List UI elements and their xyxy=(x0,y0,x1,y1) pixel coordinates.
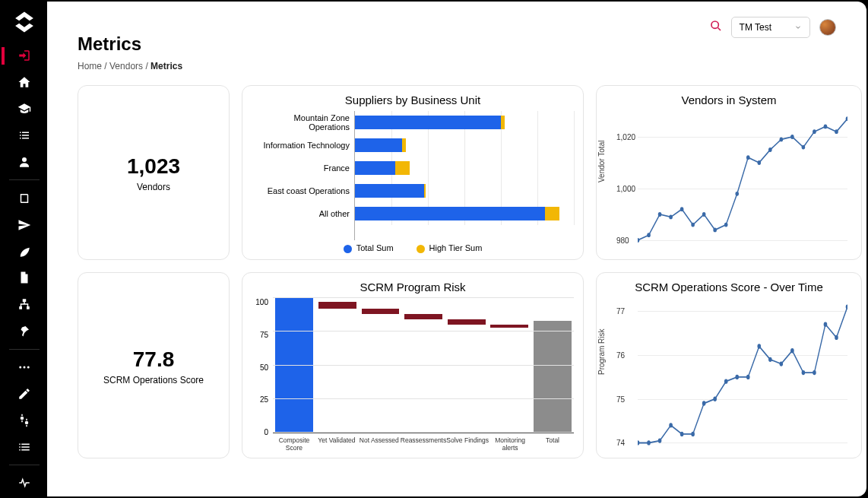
waterfall-bar xyxy=(448,319,486,325)
chart-plot xyxy=(273,298,574,433)
scrm-score-value: 77.8 xyxy=(133,347,175,372)
svg-point-11 xyxy=(647,233,651,237)
sidebar-item-more[interactable] xyxy=(2,354,47,381)
breadcrumb-home[interactable]: Home xyxy=(78,61,102,71)
svg-point-4 xyxy=(19,366,21,369)
svg-point-13 xyxy=(669,214,673,219)
card-scrm-score: 77.8 SCRM Operations Score xyxy=(78,272,230,458)
svg-point-12 xyxy=(658,212,662,217)
category-label: France xyxy=(252,157,350,179)
sidebar xyxy=(2,2,47,496)
x-label: Total xyxy=(531,436,574,452)
x-label: Yet Validated xyxy=(315,436,358,452)
svg-point-9 xyxy=(711,21,718,28)
sidebar-item-numbered-list[interactable] xyxy=(2,433,47,460)
sidebar-item-login[interactable] xyxy=(2,43,47,69)
svg-point-25 xyxy=(802,145,806,150)
svg-point-43 xyxy=(780,361,784,366)
y-axis-label: Program Risk xyxy=(597,328,606,375)
card-scrm-time: SCRM Operations Score - Over Time Progra… xyxy=(596,272,862,458)
y-tick: 74 xyxy=(616,439,625,447)
sidebar-item-sitemap[interactable] xyxy=(2,291,47,318)
sidebar-item-education[interactable] xyxy=(2,96,47,122)
card-scrm-risk: SCRM Program Risk 1007550250 Composite S… xyxy=(242,272,584,458)
svg-point-30 xyxy=(638,440,639,445)
sidebar-item-leaf[interactable] xyxy=(2,238,47,265)
bar-total xyxy=(355,138,402,152)
vendors-count-value: 1,023 xyxy=(127,154,180,179)
category-label: Mountain Zone Operations xyxy=(252,111,350,134)
svg-point-23 xyxy=(780,137,784,141)
dropdown-label: TM Test xyxy=(740,22,771,33)
y-tick: 76 xyxy=(616,351,625,360)
svg-point-47 xyxy=(824,322,828,326)
sidebar-item-book[interactable] xyxy=(2,185,47,211)
y-tick: 1,000 xyxy=(616,185,635,193)
x-axis-labels: Composite ScoreYet ValidatedNot Assessed… xyxy=(273,433,574,452)
svg-point-48 xyxy=(835,335,838,340)
logo-icon xyxy=(11,9,37,35)
svg-point-35 xyxy=(691,432,695,436)
svg-point-46 xyxy=(813,370,816,375)
chart-plot: Vendor Total 9801,0001,020 xyxy=(606,111,852,253)
vendors-count-label: Vendors xyxy=(137,182,170,192)
category-label: Information Technology xyxy=(252,134,350,157)
svg-point-27 xyxy=(824,124,828,128)
search-icon[interactable] xyxy=(710,20,722,35)
waterfall-bar xyxy=(318,302,356,309)
chevron-down-icon xyxy=(794,24,802,31)
svg-point-32 xyxy=(658,438,662,442)
waterfall-bar xyxy=(404,314,442,319)
divider xyxy=(9,179,40,180)
divider xyxy=(9,349,40,350)
y-tick: 50 xyxy=(252,363,268,372)
svg-point-14 xyxy=(680,207,684,211)
sidebar-item-pin[interactable] xyxy=(2,318,47,344)
svg-point-5 xyxy=(24,366,26,369)
sidebar-item-health[interactable] xyxy=(2,470,47,496)
svg-point-21 xyxy=(757,160,761,165)
svg-point-0 xyxy=(22,157,27,162)
sidebar-item-settings[interactable] xyxy=(2,407,47,433)
y-tick: 75 xyxy=(252,331,268,339)
page-title: Metrics xyxy=(78,33,836,55)
x-label: Reassessments xyxy=(401,436,446,452)
sidebar-item-edit[interactable] xyxy=(2,380,47,407)
svg-point-26 xyxy=(813,129,816,134)
scrm-score-label: SCRM Operations Score xyxy=(103,375,204,385)
sidebar-item-send[interactable] xyxy=(2,211,47,238)
card-vendors-count: 1,023 Vendors xyxy=(78,85,230,260)
y-tick: 0 xyxy=(252,428,268,436)
svg-point-37 xyxy=(713,397,717,401)
svg-point-20 xyxy=(746,155,750,160)
svg-point-36 xyxy=(702,401,706,405)
card-vendors-system: Vendors in System Vendor Total 9801,0001… xyxy=(596,85,862,260)
breadcrumb-current: Metrics xyxy=(150,61,182,71)
svg-point-17 xyxy=(713,227,717,232)
org-selector-dropdown[interactable]: TM Test xyxy=(731,17,810,38)
sidebar-item-list[interactable] xyxy=(2,122,47,149)
x-label: Solve Findings xyxy=(446,436,489,452)
svg-point-16 xyxy=(702,212,706,217)
main-area: TM Test Metrics Home / Vendors / Metrics… xyxy=(47,2,866,496)
svg-point-28 xyxy=(835,129,838,134)
sidebar-item-account[interactable] xyxy=(2,149,47,176)
bar-high-tier xyxy=(402,138,406,152)
svg-point-44 xyxy=(790,348,794,353)
avatar[interactable] xyxy=(819,19,836,36)
svg-point-42 xyxy=(768,357,772,362)
chart-plot: Program Risk 74757677 xyxy=(606,298,852,452)
waterfall-bar xyxy=(362,309,400,314)
chart-title: SCRM Program Risk xyxy=(252,281,574,293)
bar-total xyxy=(355,184,424,198)
y-tick: 100 xyxy=(252,298,268,306)
svg-point-8 xyxy=(25,421,29,425)
svg-rect-1 xyxy=(23,300,27,303)
breadcrumb: Home / Vendors / Metrics xyxy=(78,61,836,71)
sidebar-item-file[interactable] xyxy=(2,265,47,291)
y-tick: 1,020 xyxy=(616,133,635,141)
sidebar-item-home[interactable] xyxy=(2,69,47,96)
breadcrumb-vendors[interactable]: Vendors xyxy=(109,61,143,71)
x-label: Composite Score xyxy=(273,436,315,452)
chart-title: SCRM Operations Score - Over Time xyxy=(606,281,852,293)
